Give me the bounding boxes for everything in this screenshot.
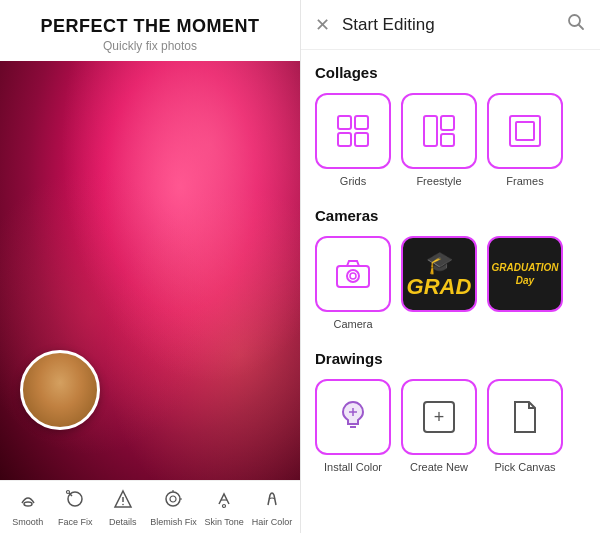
svg-rect-18 — [424, 116, 437, 146]
right-panel: ✕ Start Editing Collages — [300, 0, 600, 533]
grids-icon — [335, 113, 371, 149]
blemish-fix-label: Blemish Fix — [150, 517, 197, 527]
create-new-button[interactable]: + — [401, 379, 477, 455]
cameras-grad-card: 🎓 GRAD — [401, 236, 477, 330]
svg-point-6 — [122, 504, 124, 506]
svg-point-25 — [350, 273, 356, 279]
face-fix-label: Face Fix — [58, 517, 93, 527]
svg-rect-16 — [338, 133, 351, 146]
cameras-graduation-card: GRADUATIONDay — [487, 236, 563, 330]
create-new-icon: + — [423, 401, 455, 433]
install-color-icon — [337, 398, 369, 437]
circle-thumbnail — [20, 350, 100, 430]
graduation-text: GRADUATIONDay — [491, 261, 558, 287]
drawings-section-title: Drawings — [315, 350, 586, 367]
camera-button[interactable] — [315, 236, 391, 312]
details-label: Details — [109, 517, 137, 527]
smooth-icon — [18, 489, 38, 514]
drawings-row: Install Color + Create New Pick Canvas — [315, 379, 586, 473]
svg-rect-21 — [510, 116, 540, 146]
app-subtitle: Quickly fix photos — [10, 39, 290, 53]
grad-button[interactable]: 🎓 GRAD — [401, 236, 477, 312]
svg-point-24 — [347, 270, 359, 282]
collages-row: Grids Freestyle — [315, 93, 586, 187]
svg-point-11 — [223, 505, 226, 508]
freestyle-label: Freestyle — [416, 175, 461, 187]
grad-text: GRAD — [407, 276, 472, 298]
camera-icon — [335, 259, 371, 289]
svg-point-7 — [166, 492, 180, 506]
close-button[interactable]: ✕ — [315, 16, 330, 34]
cameras-camera-card: Camera — [315, 236, 391, 330]
toolbar-item-hair-color[interactable]: Hair Color — [252, 489, 293, 527]
camera-label: Camera — [333, 318, 372, 330]
install-color-button[interactable] — [315, 379, 391, 455]
smooth-label: Smooth — [12, 517, 43, 527]
grids-button[interactable] — [315, 93, 391, 169]
cameras-row: Camera 🎓 GRAD GRADUATIONDay — [315, 236, 586, 330]
pick-canvas-button[interactable] — [487, 379, 563, 455]
toolbar-item-smooth[interactable]: Smooth — [8, 489, 48, 527]
left-panel: PERFECT THE MOMENT Quickly fix photos Sm… — [0, 0, 300, 533]
svg-rect-15 — [355, 116, 368, 129]
toolbar-item-blemish-fix[interactable]: Blemish Fix — [150, 489, 197, 527]
right-header: ✕ Start Editing — [301, 0, 600, 50]
grad-content: 🎓 GRAD — [407, 250, 472, 298]
svg-rect-19 — [441, 116, 454, 130]
graduation-day-button[interactable]: GRADUATIONDay — [487, 236, 563, 312]
create-new-label: Create New — [410, 461, 468, 473]
drawings-install-color-card: Install Color — [315, 379, 391, 473]
face-fix-icon — [65, 489, 85, 514]
svg-point-8 — [170, 496, 176, 502]
svg-rect-20 — [441, 134, 454, 146]
skin-tone-icon — [214, 489, 234, 514]
collages-frames-card: Frames — [487, 93, 563, 187]
collages-section-title: Collages — [315, 64, 586, 81]
svg-line-13 — [579, 25, 584, 30]
photo-area — [0, 61, 300, 480]
svg-point-3 — [67, 491, 70, 494]
grids-label: Grids — [340, 175, 366, 187]
graduation-content: GRADUATIONDay — [491, 261, 558, 287]
frames-icon — [507, 113, 543, 149]
collages-freestyle-card: Freestyle — [401, 93, 477, 187]
blemish-fix-icon — [163, 489, 183, 514]
app-title: PERFECT THE MOMENT — [10, 16, 290, 37]
freestyle-button[interactable] — [401, 93, 477, 169]
search-button[interactable] — [566, 12, 586, 37]
svg-rect-14 — [338, 116, 351, 129]
hair-color-label: Hair Color — [252, 517, 293, 527]
toolbar-item-face-fix[interactable]: Face Fix — [55, 489, 95, 527]
skin-tone-label: Skin Tone — [205, 517, 244, 527]
hair-color-icon — [262, 489, 282, 514]
svg-rect-17 — [355, 133, 368, 146]
pick-canvas-icon — [511, 400, 539, 434]
right-content: Collages Grids — [301, 50, 600, 533]
bottom-toolbar: Smooth Face Fix Details — [0, 480, 300, 533]
frames-label: Frames — [506, 175, 543, 187]
collages-grids-card: Grids — [315, 93, 391, 187]
panel-title: Start Editing — [342, 15, 566, 35]
freestyle-icon — [421, 113, 457, 149]
pick-canvas-label: Pick Canvas — [494, 461, 555, 473]
drawings-create-new-card: + Create New — [401, 379, 477, 473]
details-icon — [113, 489, 133, 514]
cameras-section-title: Cameras — [315, 207, 586, 224]
toolbar-item-details[interactable]: Details — [103, 489, 143, 527]
toolbar-item-skin-tone[interactable]: Skin Tone — [204, 489, 244, 527]
left-header: PERFECT THE MOMENT Quickly fix photos — [0, 0, 300, 61]
drawings-pick-canvas-card: Pick Canvas — [487, 379, 563, 473]
install-color-label: Install Color — [324, 461, 382, 473]
svg-point-0 — [24, 502, 32, 506]
frames-button[interactable] — [487, 93, 563, 169]
svg-rect-22 — [516, 122, 534, 140]
